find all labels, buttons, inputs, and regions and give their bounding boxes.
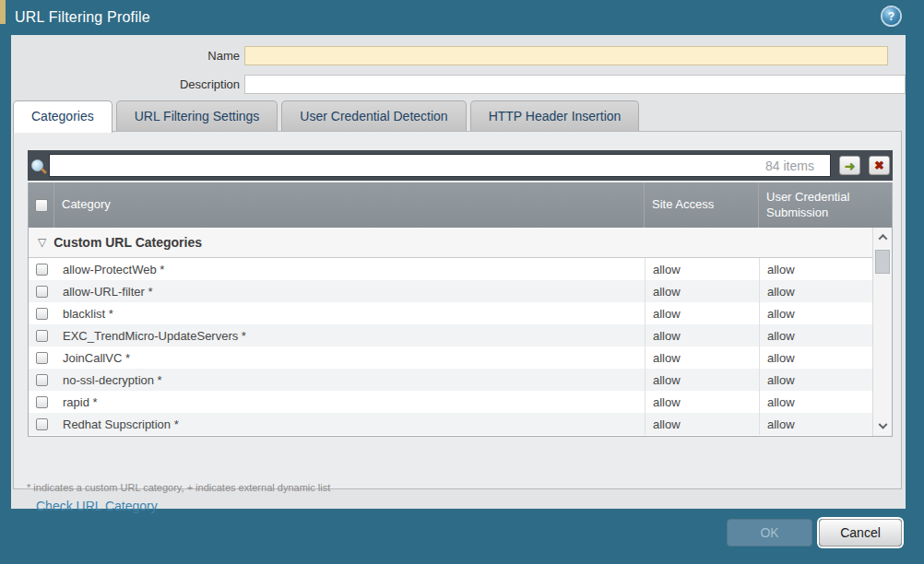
legend-footnote: * indicates a custom URL category, + ind…	[27, 482, 330, 493]
select-all-cell	[29, 182, 54, 228]
column-header-site-access[interactable]: Site Access	[645, 182, 759, 228]
site-access-cell[interactable]: allow	[645, 413, 759, 435]
description-label: Description	[11, 77, 240, 91]
category-cell[interactable]: allow-URL-filter *	[54, 280, 645, 302]
tab-categories[interactable]: Categories	[13, 100, 113, 133]
table-row[interactable]: allow-ProtectWeb * allow allow	[29, 258, 892, 280]
scrollbar-thumb[interactable]	[875, 250, 890, 274]
table-body: ▽ Custom URL Categories allow-ProtectWeb…	[29, 228, 892, 436]
column-header-category[interactable]: Category	[54, 182, 645, 228]
category-cell[interactable]: Redhat Supscription *	[54, 413, 645, 435]
row-checkbox[interactable]	[36, 352, 48, 364]
site-access-cell[interactable]: allow	[645, 302, 759, 324]
tab-user-credential-detection[interactable]: User Credential Detection	[281, 100, 466, 132]
categories-tab-panel: 84 items ➜ ✖ Category Site Access User C…	[13, 131, 902, 489]
select-all-checkbox[interactable]	[35, 199, 48, 212]
row-checkbox-cell	[29, 347, 54, 369]
row-checkbox[interactable]	[36, 330, 48, 342]
table-row[interactable]: allow-URL-filter * allow allow	[29, 280, 892, 302]
column-header-user-credential-submission[interactable]: User Credential Submission	[759, 182, 892, 228]
row-checkbox[interactable]	[36, 264, 48, 276]
dialog-titlebar: URL Filtering Profile ?	[0, 0, 924, 35]
tab-bar: Categories URL Filtering Settings User C…	[13, 100, 643, 132]
category-cell[interactable]: no-ssl-decryption *	[54, 369, 645, 391]
tab-http-header-insertion[interactable]: HTTP Header Insertion	[470, 100, 640, 132]
description-field[interactable]	[244, 75, 906, 94]
group-collapse-icon[interactable]: ▽	[38, 236, 46, 249]
site-access-cell[interactable]: allow	[645, 258, 759, 280]
url-filtering-profile-dialog: URL Filtering Profile ? Name Description…	[0, 0, 924, 564]
cancel-button[interactable]: Cancel	[819, 519, 902, 546]
site-access-cell[interactable]: allow	[645, 280, 759, 302]
apply-filter-icon[interactable]: ➜	[839, 156, 860, 175]
table-row[interactable]: rapid * allow allow	[29, 391, 892, 413]
search-input[interactable]	[49, 154, 831, 177]
row-checkbox[interactable]	[36, 308, 48, 320]
row-checkbox-cell	[29, 369, 54, 391]
table-row[interactable]: Redhat Supscription * allow allow	[29, 413, 892, 435]
row-checkbox-cell	[29, 302, 54, 324]
row-checkbox[interactable]	[36, 374, 48, 386]
name-label: Name	[11, 49, 240, 63]
row-checkbox[interactable]	[36, 396, 48, 408]
group-row-custom-url-categories[interactable]: ▽ Custom URL Categories	[29, 228, 892, 258]
tab-url-filtering-settings[interactable]: URL Filtering Settings	[116, 100, 278, 132]
category-cell[interactable]: rapid *	[54, 391, 645, 413]
table-row[interactable]: no-ssl-decryption * allow allow	[29, 369, 892, 391]
dialog-body: Name Description Categories URL Filterin…	[11, 35, 906, 509]
category-cell[interactable]: allow-ProtectWeb *	[54, 258, 645, 280]
site-access-cell[interactable]: allow	[645, 324, 759, 347]
row-checkbox-cell	[29, 258, 54, 280]
row-checkbox-cell	[29, 324, 54, 347]
table-row[interactable]: EXC_TrendMicro-UpdateServers * allow all…	[29, 324, 892, 347]
check-url-category-link[interactable]: Check URL Category	[36, 499, 158, 513]
categories-table: Category Site Access User Credential Sub…	[28, 182, 893, 437]
table-row[interactable]: blacklist * allow allow	[29, 302, 892, 324]
group-label: Custom URL Categories	[53, 235, 202, 250]
table-row[interactable]: JoinCallVC * allow allow	[29, 347, 892, 369]
scroll-down-icon[interactable]	[873, 417, 892, 436]
category-cell[interactable]: JoinCallVC *	[54, 347, 645, 369]
ok-button[interactable]: OK	[727, 519, 812, 546]
table-header-row: Category Site Access User Credential Sub…	[29, 182, 892, 228]
scroll-up-icon[interactable]	[873, 228, 892, 246]
row-checkbox[interactable]	[36, 286, 48, 298]
dialog-title: URL Filtering Profile	[15, 9, 150, 26]
category-cell[interactable]: EXC_TrendMicro-UpdateServers *	[54, 324, 645, 347]
category-cell[interactable]: blacklist *	[54, 302, 645, 324]
row-checkbox[interactable]	[36, 418, 48, 430]
clear-filter-icon[interactable]: ✖	[869, 156, 890, 175]
name-field[interactable]	[244, 46, 888, 65]
table-search-bar: 84 items ➜ ✖	[28, 150, 893, 181]
row-checkbox-cell	[29, 413, 54, 435]
search-icon	[31, 159, 43, 171]
site-access-cell[interactable]: allow	[645, 391, 759, 413]
site-access-cell[interactable]: allow	[645, 347, 759, 369]
table-rows: allow-ProtectWeb * allow allow allow-URL…	[29, 258, 892, 435]
vertical-scrollbar[interactable]	[872, 228, 892, 436]
row-checkbox-cell	[29, 280, 54, 302]
row-checkbox-cell	[29, 391, 54, 413]
help-icon[interactable]: ?	[883, 7, 900, 25]
site-access-cell[interactable]: allow	[645, 369, 759, 391]
